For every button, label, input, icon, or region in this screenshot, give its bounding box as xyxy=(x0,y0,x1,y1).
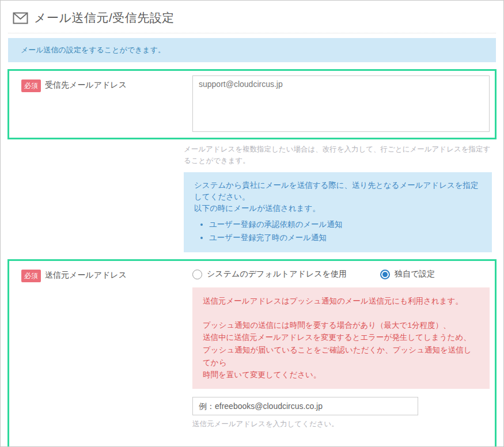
push-notification-warning-box: 送信元メールアドレスはプッシュ通知のメール送信元にも利用されます。 プッシュ通知… xyxy=(192,287,490,389)
radio-system-default[interactable]: システムのデフォルトアドレスを使用 xyxy=(192,269,347,279)
warning-body: プッシュ通知の送信には時間を要する場合があり（最大で1分程度）、 送信中に送信元… xyxy=(203,319,479,381)
page-title: メール送信元/受信先設定 xyxy=(34,10,175,26)
recipient-email-row: 必須 受信先メールアドレス support@cloudcircus.jp xyxy=(9,71,495,138)
recipient-email-textarea[interactable]: support@cloudcircus.jp xyxy=(192,75,490,132)
sender-email-input[interactable] xyxy=(192,397,418,415)
notification-list-item: ユーザー登録完了時のメール通知 xyxy=(209,232,482,244)
sender-address-radio-group: システムのデフォルトアドレスを使用 独自で設定 xyxy=(192,266,490,279)
notification-list-item: ユーザー登録の承認依頼のメール通知 xyxy=(209,219,482,230)
sender-email-helper: 送信元メールアドレスを入力してください。 xyxy=(192,419,490,430)
warning-line1: 送信元メールアドレスはプッシュ通知のメール送信元にも利用されます。 xyxy=(203,295,479,308)
mail-envelope-icon xyxy=(13,12,28,24)
sender-email-row: 必須 送信元メールアドレス システムのデフォルトアドレスを使用 独自で設定 送信… xyxy=(9,261,495,433)
recipient-email-section: 必須 受信先メールアドレス support@cloudcircus.jp xyxy=(7,69,497,139)
sender-name-row: 任意 送信元名称 xyxy=(9,444,495,447)
info-box-line2: 以下の時にメールが送信されます。 xyxy=(194,203,482,214)
radio-unselected-icon[interactable] xyxy=(192,270,202,279)
radio-custom[interactable]: 独自で設定 xyxy=(380,269,435,279)
mail-settings-page: メール送信元/受信先設定 メール送信の設定をすることができます。 必須 受信先メ… xyxy=(0,0,504,447)
info-box-line1: システムから貴社にメールを送信する際に、送り先となるメールアドレスを指定してくだ… xyxy=(194,180,482,203)
sender-email-section: 必須 送信元メールアドレス システムのデフォルトアドレスを使用 独自で設定 送信… xyxy=(7,259,497,447)
recipient-email-label: 受信先メールアドレス xyxy=(45,79,127,90)
sender-email-label: 送信元メールアドレス xyxy=(45,269,127,281)
sender-email-label-group: 必須 送信元メールアドレス xyxy=(21,266,192,430)
required-badge: 必須 xyxy=(21,270,41,282)
recipient-info-box: システムから貴社にメールを送信する際に、送り先となるメールアドレスを指定してくだ… xyxy=(184,172,492,252)
recipient-email-label-group: 必須 受信先メールアドレス xyxy=(21,75,192,134)
notification-list: ユーザー登録の承認依頼のメール通知 ユーザー登録完了時のメール通知 xyxy=(209,219,482,244)
header-divider xyxy=(8,33,496,33)
page-header: メール送信元/受信先設定 xyxy=(1,1,503,26)
recipient-email-helper: メールアドレスを複数指定したい場合は、改行を入力して、行ごとにメールアドレスを指… xyxy=(184,144,492,166)
intro-banner: メール送信の設定をすることができます。 xyxy=(8,38,496,62)
required-badge: 必須 xyxy=(21,79,41,92)
radio-selected-icon[interactable] xyxy=(380,270,390,279)
